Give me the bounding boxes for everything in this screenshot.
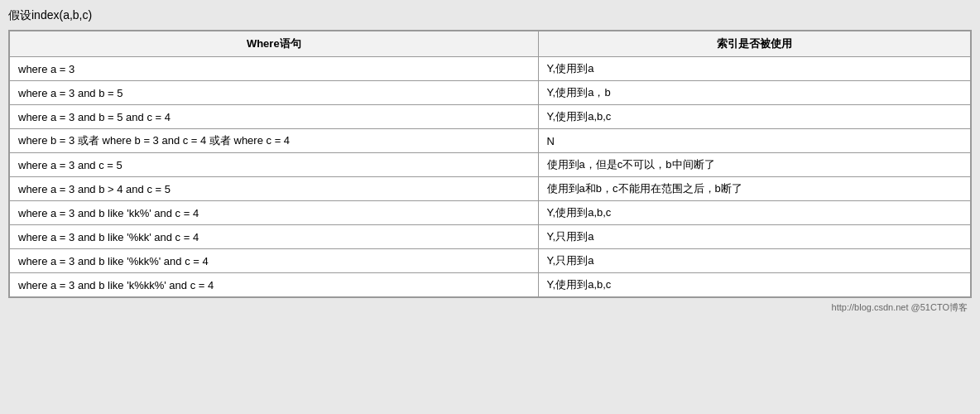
where-clause-cell: where a = 3 and b = 5 and c = 4	[10, 105, 539, 129]
index-table-container: Where语句 索引是否被使用 where a = 3Y,使用到awhere a…	[8, 30, 972, 298]
table-row: where a = 3 and b like '%kk' and c = 4Y,…	[10, 225, 971, 249]
index-usage-cell: Y,使用到a,b,c	[538, 201, 970, 225]
where-clause-cell: where a = 3 and b > 4 and c = 5	[10, 177, 539, 201]
index-usage-cell: Y,使用到a，b	[538, 81, 970, 105]
where-clause-cell: where a = 3 and b like '%kk' and c = 4	[10, 225, 539, 249]
table-header-row: Where语句 索引是否被使用	[10, 31, 971, 57]
col-where-header: Where语句	[10, 31, 539, 57]
table-row: where a = 3Y,使用到a	[10, 57, 971, 81]
page-title: 假设index(a,b,c)	[8, 8, 972, 23]
index-usage-cell: 使用到a和b，c不能用在范围之后，b断了	[538, 177, 970, 201]
table-row: where a = 3 and c = 5使用到a，但是c不可以，b中间断了	[10, 153, 971, 177]
where-clause-cell: where a = 3	[10, 57, 539, 81]
table-row: where a = 3 and b = 5 and c = 4Y,使用到a,b,…	[10, 105, 971, 129]
footer-text: http://blog.csdn.net @51CTO博客	[8, 301, 972, 314]
table-body: where a = 3Y,使用到awhere a = 3 and b = 5Y,…	[10, 57, 971, 297]
where-clause-cell: where a = 3 and b like '%kk%' and c = 4	[10, 249, 539, 273]
table-row: where a = 3 and b like '%kk%' and c = 4Y…	[10, 249, 971, 273]
where-clause-cell: where a = 3 and b like 'kk%' and c = 4	[10, 201, 539, 225]
index-usage-cell: 使用到a，但是c不可以，b中间断了	[538, 153, 970, 177]
index-usage-cell: Y,只用到a	[538, 249, 970, 273]
table-row: where a = 3 and b like 'k%kk%' and c = 4…	[10, 273, 971, 297]
col-index-header: 索引是否被使用	[538, 31, 970, 57]
table-row: where a = 3 and b > 4 and c = 5使用到a和b，c不…	[10, 177, 971, 201]
table-row: where b = 3 或者 where b = 3 and c = 4 或者 …	[10, 129, 971, 153]
table-row: where a = 3 and b like 'kk%' and c = 4Y,…	[10, 201, 971, 225]
index-table: Where语句 索引是否被使用 where a = 3Y,使用到awhere a…	[9, 31, 971, 297]
where-clause-cell: where a = 3 and b = 5	[10, 81, 539, 105]
where-clause-cell: where b = 3 或者 where b = 3 and c = 4 或者 …	[10, 129, 539, 153]
table-row: where a = 3 and b = 5Y,使用到a，b	[10, 81, 971, 105]
index-usage-cell: Y,使用到a,b,c	[538, 273, 970, 297]
index-usage-cell: Y,使用到a	[538, 57, 970, 81]
index-usage-cell: Y,只用到a	[538, 225, 970, 249]
where-clause-cell: where a = 3 and c = 5	[10, 153, 539, 177]
where-clause-cell: where a = 3 and b like 'k%kk%' and c = 4	[10, 273, 539, 297]
index-usage-cell: N	[538, 129, 970, 153]
index-usage-cell: Y,使用到a,b,c	[538, 105, 970, 129]
